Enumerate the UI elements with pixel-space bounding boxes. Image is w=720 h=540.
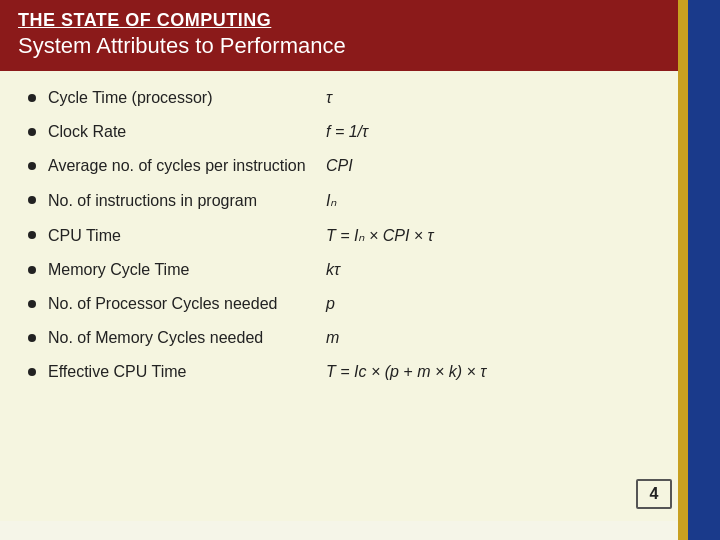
page-number: 4 — [650, 485, 659, 503]
bullet-dot — [28, 128, 36, 136]
bullet-dot — [28, 196, 36, 204]
item-text: Clock Rate — [48, 123, 308, 141]
right-accent — [678, 0, 688, 540]
item-formula: m — [326, 329, 339, 347]
bullet-dot — [28, 266, 36, 274]
list-item: Average no. of cycles per instructionCPI — [28, 157, 660, 175]
list-item: Effective CPU TimeT = Ic × (p + m × k) ×… — [28, 363, 660, 381]
bullet-dot — [28, 94, 36, 102]
item-formula: p — [326, 295, 335, 313]
item-formula: CPI — [326, 157, 353, 175]
item-text: Effective CPU Time — [48, 363, 308, 381]
item-formula: T = Iₙ × CPI × τ — [326, 226, 434, 245]
header: THE STATE OF COMPUTING System Attributes… — [0, 0, 720, 71]
bullet-dot — [28, 162, 36, 170]
header-subtitle: System Attributes to Performance — [18, 33, 702, 59]
item-text: No. of instructions in program — [48, 192, 308, 210]
item-text: Memory Cycle Time — [48, 261, 308, 279]
item-text: Average no. of cycles per instruction — [48, 157, 308, 175]
item-formula: f = 1/τ — [326, 123, 368, 141]
header-title: THE STATE OF COMPUTING — [18, 10, 702, 31]
list-item: No. of Memory Cycles neededm — [28, 329, 660, 347]
bullet-list: Cycle Time (processor)τClock Ratef = 1/τ… — [28, 89, 660, 381]
right-sidebar — [688, 0, 720, 540]
item-text: CPU Time — [48, 227, 308, 245]
list-item: No. of Processor Cycles neededp — [28, 295, 660, 313]
item-formula: kτ — [326, 261, 340, 279]
bullet-dot — [28, 334, 36, 342]
item-formula: Iₙ — [326, 191, 336, 210]
item-text: No. of Processor Cycles needed — [48, 295, 308, 313]
item-formula: T = Ic × (p + m × k) × τ — [326, 363, 486, 381]
item-formula: τ — [326, 89, 332, 107]
item-text: Cycle Time (processor) — [48, 89, 308, 107]
bullet-dot — [28, 231, 36, 239]
content-area: Cycle Time (processor)τClock Ratef = 1/τ… — [0, 71, 720, 521]
page-number-box: 4 — [636, 479, 672, 509]
bullet-dot — [28, 368, 36, 376]
list-item: Cycle Time (processor)τ — [28, 89, 660, 107]
list-item: Clock Ratef = 1/τ — [28, 123, 660, 141]
list-item: Memory Cycle Timekτ — [28, 261, 660, 279]
list-item: CPU TimeT = Iₙ × CPI × τ — [28, 226, 660, 245]
list-item: No. of instructions in programIₙ — [28, 191, 660, 210]
bullet-dot — [28, 300, 36, 308]
item-text: No. of Memory Cycles needed — [48, 329, 308, 347]
